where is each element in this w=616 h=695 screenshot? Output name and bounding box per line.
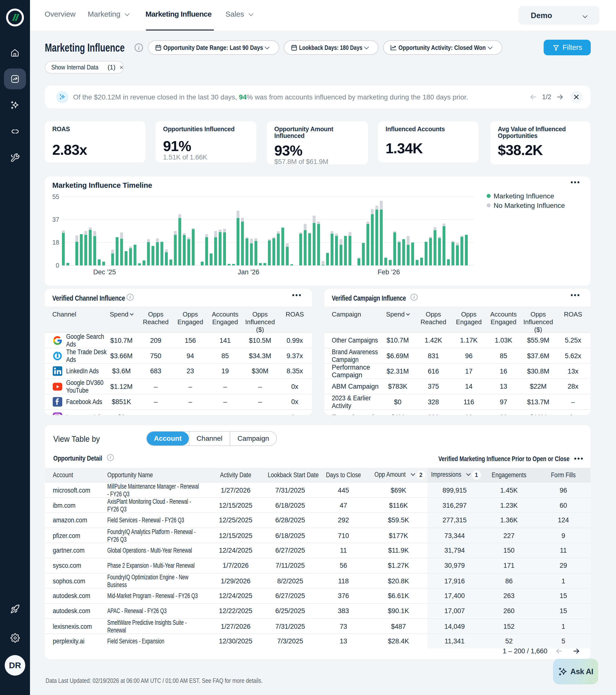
svg-text:No Marketing Influence: No Marketing Influence	[494, 202, 565, 209]
svg-text:55: 55	[52, 193, 59, 200]
svg-text:Jan ’26: Jan ’26	[237, 268, 259, 276]
svg-text:18: 18	[52, 239, 59, 246]
svg-text:37: 37	[52, 216, 59, 223]
svg-text:0: 0	[56, 262, 59, 269]
svg-text:Marketing Influence: Marketing Influence	[494, 192, 554, 200]
svg-text:Feb ’26: Feb ’26	[377, 268, 400, 276]
svg-text:Dec ’25: Dec ’25	[93, 268, 116, 276]
